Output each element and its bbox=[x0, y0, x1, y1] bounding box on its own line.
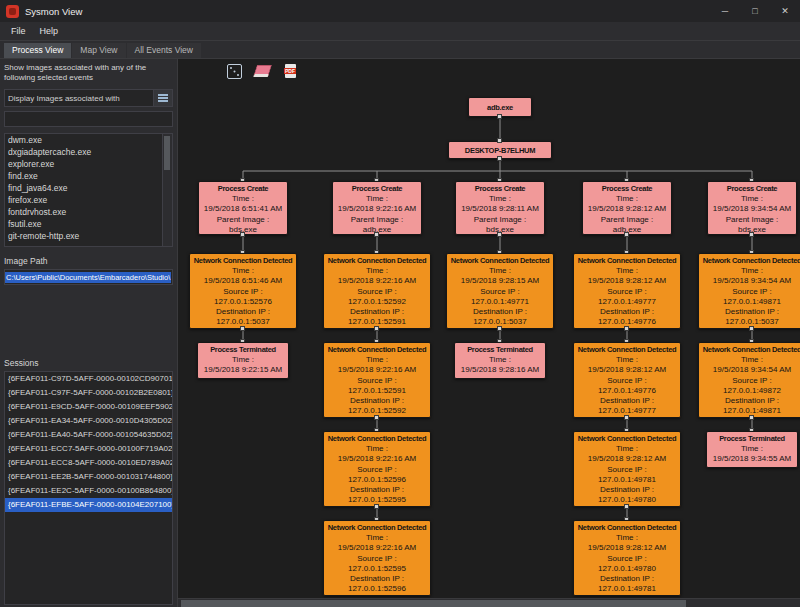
process-terminated-node[interactable]: Process TerminatedTime :19/5/2018 9:28:1… bbox=[454, 342, 546, 379]
sidebar: Show images associated with any of the f… bbox=[0, 59, 178, 607]
maximize-button[interactable]: □ bbox=[740, 0, 770, 22]
connector-handle bbox=[497, 156, 502, 161]
sysmon-view-window: { "window": { "title": "Sysmon View", "b… bbox=[0, 0, 800, 607]
image-list-item[interactable]: find.exe bbox=[5, 170, 172, 182]
connector-handle bbox=[374, 415, 379, 420]
image-path-input[interactable]: C:\Users\Public\Documents\Embarcadero\St… bbox=[4, 269, 173, 285]
connector-handle bbox=[624, 326, 629, 331]
process-view-canvas[interactable]: PDF adb.exeDESKTOP-B7ELHUMProcess Create… bbox=[178, 59, 800, 607]
process-create-node[interactable]: Process CreateTime :19/5/2018 9:28:11 AM… bbox=[455, 181, 545, 235]
tab-map-view[interactable]: Map View bbox=[72, 43, 125, 58]
display-images-combo[interactable]: Display Images associated with bbox=[4, 89, 173, 107]
network-connection-node[interactable]: Network Connection DetectedTime :19/5/20… bbox=[446, 253, 554, 329]
window-title: Sysmon View bbox=[25, 6, 82, 17]
connector-handle bbox=[624, 504, 629, 509]
connector-handle bbox=[497, 326, 502, 331]
network-connection-node[interactable]: Network Connection DetectedTime :19/5/20… bbox=[573, 253, 681, 329]
eraser-icon[interactable] bbox=[254, 63, 270, 79]
image-path-label: Image Path bbox=[4, 256, 173, 266]
filter-caption: Show images associated with any of the f… bbox=[4, 63, 173, 83]
connector-handle bbox=[624, 415, 629, 420]
image-list-item[interactable]: fontdrvhost.exe bbox=[5, 206, 172, 218]
session-list-item[interactable]: {6FEAF011-EE2C-5AFF-0000-00100B864800} bbox=[5, 484, 172, 498]
tab-all-events-view[interactable]: All Events View bbox=[127, 43, 201, 58]
connector-handle bbox=[497, 138, 502, 143]
connector-handle bbox=[497, 114, 502, 119]
network-connection-node[interactable]: Network Connection DetectedTime :19/5/20… bbox=[323, 342, 431, 418]
select-events-button[interactable] bbox=[154, 89, 173, 107]
session-list-item[interactable]: {6FEAF011-EE2B-5AFF-0000-001031744800} bbox=[5, 470, 172, 484]
connector-handle bbox=[240, 326, 245, 331]
network-connection-node[interactable]: Network Connection DetectedTime :19/5/20… bbox=[323, 520, 431, 596]
image-list-item[interactable]: dwm.exe bbox=[5, 134, 172, 146]
pdf-export-icon[interactable]: PDF bbox=[282, 63, 298, 79]
images-list-scrollbar[interactable] bbox=[162, 134, 172, 246]
image-list-item[interactable]: firefox.exe bbox=[5, 194, 172, 206]
image-list-item[interactable]: find_java64.exe bbox=[5, 182, 172, 194]
image-filter-input[interactable] bbox=[4, 111, 173, 127]
close-button[interactable]: ✕ bbox=[770, 0, 800, 22]
connector-handle bbox=[624, 232, 629, 237]
sessions-listbox[interactable]: {6FEAF011-C97D-5AFF-0000-00102CD90701}{6… bbox=[4, 371, 173, 605]
process-create-node[interactable]: Process CreateTime :19/5/2018 6:51:41 AM… bbox=[198, 181, 288, 235]
network-connection-node[interactable]: Network Connection DetectedTime :19/5/20… bbox=[189, 253, 297, 329]
image-list-item[interactable]: git-remote-http.exe bbox=[5, 230, 172, 242]
tab-process-view[interactable]: Process View bbox=[4, 43, 71, 58]
connector-handle bbox=[497, 232, 502, 237]
connector-handle bbox=[240, 232, 245, 237]
menubar: File Help bbox=[0, 22, 800, 41]
network-connection-node[interactable]: Network Connection DetectedTime :19/5/20… bbox=[698, 342, 800, 418]
sessions-label: Sessions bbox=[4, 358, 173, 368]
titlebar: Sysmon View ─ □ ✕ bbox=[0, 0, 800, 22]
image-list-item[interactable]: fsutil.exe bbox=[5, 218, 172, 230]
tabbar: Process ViewMap ViewAll Events View bbox=[0, 41, 800, 59]
connector-handle bbox=[749, 232, 754, 237]
connector-handle bbox=[749, 415, 754, 420]
event-list-icon bbox=[158, 94, 168, 96]
session-list-item[interactable]: {6FEAF011-C97F-5AFF-0000-00102B2E0801} bbox=[5, 386, 172, 400]
diagram-toolbar: PDF bbox=[226, 63, 298, 79]
connector-handle bbox=[374, 504, 379, 509]
process-create-node[interactable]: Process CreateTime :19/5/2018 9:34:54 AM… bbox=[707, 181, 797, 235]
dice-icon[interactable] bbox=[226, 63, 242, 79]
session-list-item[interactable]: {6FEAF011-EA40-5AFF-0000-001054635D02} bbox=[5, 428, 172, 442]
menu-file[interactable]: File bbox=[4, 24, 33, 38]
image-list-item[interactable]: explorer.exe bbox=[5, 158, 172, 170]
images-list-scrollbar-thumb[interactable] bbox=[164, 136, 170, 170]
sidebar-spacer bbox=[4, 293, 173, 357]
connector-handle bbox=[374, 232, 379, 237]
process-create-node[interactable]: Process CreateTime :19/5/2018 9:28:12 AM… bbox=[582, 181, 672, 235]
image-path-value: C:\Users\Public\Documents\Embarcadero\St… bbox=[5, 272, 171, 283]
app-icon bbox=[6, 5, 19, 18]
session-list-item[interactable]: {6FEAF011-EA34-5AFF-0000-0010D4305D02} bbox=[5, 414, 172, 428]
session-list-item[interactable]: {6FEAF011-C97D-5AFF-0000-00102CD90701} bbox=[5, 372, 172, 386]
process-terminated-node[interactable]: Process TerminatedTime :19/5/2018 9:34:5… bbox=[706, 431, 798, 468]
session-list-item[interactable]: {6FEAF011-ECC8-5AFF-0000-0010ED789A02} bbox=[5, 456, 172, 470]
session-list-item[interactable]: {6FEAF011-ECC7-5AFF-0000-00100F719A02} bbox=[5, 442, 172, 456]
horizontal-scrollbar[interactable] bbox=[178, 598, 800, 607]
connector-lines bbox=[178, 59, 800, 599]
minimize-button[interactable]: ─ bbox=[710, 0, 740, 22]
process-terminated-node[interactable]: Process TerminatedTime :19/5/2018 9:22:1… bbox=[197, 342, 289, 379]
process-tree-diagram[interactable]: adb.exeDESKTOP-B7ELHUMProcess CreateTime… bbox=[178, 59, 800, 599]
display-images-combo-label[interactable]: Display Images associated with bbox=[4, 89, 154, 107]
connector-handle bbox=[749, 326, 754, 331]
connector-handle bbox=[374, 326, 379, 331]
network-connection-node[interactable]: Network Connection DetectedTime :19/5/20… bbox=[698, 253, 800, 329]
process-create-node[interactable]: Process CreateTime :19/5/2018 9:22:16 AM… bbox=[332, 181, 422, 235]
network-connection-node[interactable]: Network Connection DetectedTime :19/5/20… bbox=[573, 431, 681, 507]
menu-help[interactable]: Help bbox=[33, 24, 66, 38]
session-list-item[interactable]: {6FEAF011-E9CD-5AFF-0000-00109EEF5902} bbox=[5, 400, 172, 414]
session-list-item[interactable]: {6FEAF011-EFBE-5AFF-0000-00104E207100} bbox=[5, 498, 172, 512]
network-connection-node[interactable]: Network Connection DetectedTime :19/5/20… bbox=[323, 253, 431, 329]
image-list-item[interactable]: dxgiadaptercache.exe bbox=[5, 146, 172, 158]
images-listbox[interactable]: dwm.exedxgiadaptercache.exeexplorer.exef… bbox=[4, 133, 173, 247]
network-connection-node[interactable]: Network Connection DetectedTime :19/5/20… bbox=[323, 431, 431, 507]
network-connection-node[interactable]: Network Connection DetectedTime :19/5/20… bbox=[573, 520, 681, 596]
horizontal-scrollbar-thumb[interactable] bbox=[181, 600, 686, 607]
network-connection-node[interactable]: Network Connection DetectedTime :19/5/20… bbox=[573, 342, 681, 418]
